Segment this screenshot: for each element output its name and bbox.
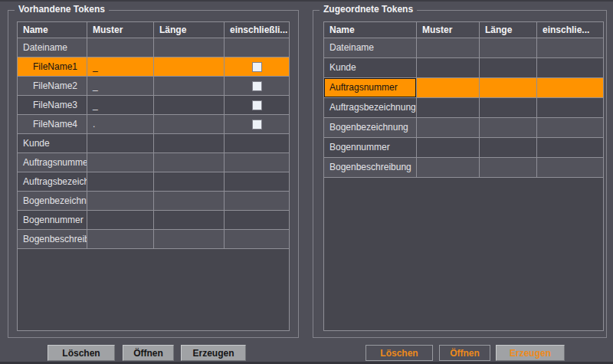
table-row[interactable]: Auftragsbezeichnung <box>324 98 603 118</box>
table-row[interactable]: FileName1_ <box>18 57 289 77</box>
einschliesslich-checkbox[interactable] <box>252 62 262 72</box>
einschliesslich-cell[interactable] <box>225 115 289 133</box>
laenge-cell[interactable] <box>480 118 537 137</box>
open-button-left[interactable]: Öffnen <box>123 345 174 361</box>
available-tokens-table[interactable]: NameMusterLängeeinschließli...DateinameF… <box>17 21 290 331</box>
laenge-cell[interactable] <box>154 192 225 210</box>
laenge-cell[interactable] <box>154 115 225 133</box>
table-row[interactable]: Auftragsnummer <box>324 78 603 98</box>
token-name-cell[interactable]: Bogenbeschreibung <box>324 158 417 177</box>
assigned-tokens-table[interactable]: NameMusterLängeeinschlie...DateinameKund… <box>323 21 604 331</box>
muster-cell[interactable] <box>417 58 480 77</box>
token-name-cell[interactable]: Bogenbeschreibung <box>18 230 87 248</box>
muster-cell[interactable] <box>87 172 154 191</box>
token-name-cell[interactable]: Bogenbezeichnung <box>324 118 417 137</box>
column-header[interactable]: Länge <box>480 22 537 38</box>
column-header[interactable]: Name <box>324 22 417 38</box>
muster-cell[interactable] <box>87 134 154 152</box>
column-header[interactable]: Name <box>18 22 87 38</box>
muster-cell[interactable]: . <box>87 115 154 133</box>
table-row[interactable]: Dateiname <box>324 38 603 58</box>
table-row[interactable]: Auftragsbezeichnung <box>18 172 289 192</box>
table-row[interactable]: Bogennummer <box>18 211 289 230</box>
create-button-right[interactable]: Erzeugen <box>496 345 565 361</box>
column-header[interactable]: einschlie... <box>537 22 603 38</box>
table-row[interactable]: FileName3_ <box>18 96 289 115</box>
muster-cell[interactable] <box>417 138 480 157</box>
laenge-cell[interactable] <box>154 134 225 152</box>
muster-cell[interactable] <box>87 153 154 172</box>
column-header[interactable]: Muster <box>417 22 480 38</box>
token-name-cell[interactable]: Auftragsbezeichnung <box>18 172 87 191</box>
token-name-cell[interactable]: FileName2 <box>18 77 87 95</box>
laenge-cell[interactable] <box>480 58 537 77</box>
laenge-cell[interactable] <box>480 98 537 117</box>
einschliesslich-cell[interactable] <box>225 57 289 76</box>
create-button-left[interactable]: Erzeugen <box>181 345 246 361</box>
muster-cell[interactable] <box>417 38 480 57</box>
muster-cell[interactable]: _ <box>87 96 154 114</box>
muster-cell[interactable] <box>417 118 480 137</box>
einschliesslich-cell <box>537 158 603 177</box>
token-name-cell[interactable]: Bogenbezeichnung <box>18 192 87 210</box>
table-row[interactable]: Bogenbeschreibung <box>18 230 289 249</box>
token-name-cell[interactable]: Auftragsnummer <box>324 78 417 97</box>
laenge-cell[interactable] <box>154 211 225 229</box>
einschliesslich-cell[interactable] <box>225 96 289 114</box>
table-row[interactable]: Bogenbezeichnung <box>324 118 603 138</box>
laenge-cell[interactable] <box>154 153 225 172</box>
column-header[interactable]: einschließli... <box>225 22 289 38</box>
table-row[interactable]: Bogenbeschreibung <box>324 158 603 178</box>
muster-cell[interactable] <box>87 192 154 210</box>
muster-cell[interactable]: _ <box>87 77 154 95</box>
laenge-cell[interactable] <box>480 158 537 177</box>
muster-cell[interactable] <box>417 158 480 177</box>
muster-cell[interactable] <box>87 211 154 229</box>
muster-cell[interactable] <box>87 38 154 57</box>
token-name-cell[interactable]: Bogennummer <box>18 211 87 229</box>
muster-cell[interactable] <box>417 78 480 97</box>
einschliesslich-cell <box>537 38 603 57</box>
token-name-cell[interactable]: Bogennummer <box>324 138 417 157</box>
table-row[interactable]: Bogenbezeichnung <box>18 192 289 211</box>
token-name-cell[interactable]: Auftragsnummer <box>18 153 87 172</box>
table-row[interactable]: FileName2_ <box>18 77 289 96</box>
token-name-cell[interactable]: Dateiname <box>18 38 87 57</box>
laenge-cell[interactable] <box>154 77 225 95</box>
laenge-cell[interactable] <box>480 78 537 97</box>
table-row[interactable]: Dateiname <box>18 38 289 57</box>
laenge-cell[interactable] <box>480 38 537 57</box>
muster-cell[interactable]: _ <box>87 57 154 76</box>
column-header[interactable]: Muster <box>87 22 154 38</box>
laenge-cell[interactable] <box>154 57 225 76</box>
panel-vorhandene-tokens: Vorhandene Tokens NameMusterLängeeinschl… <box>8 10 299 338</box>
laenge-cell[interactable] <box>154 38 225 57</box>
token-name-cell[interactable]: Kunde <box>18 134 87 152</box>
laenge-cell[interactable] <box>154 230 225 248</box>
delete-button-right[interactable]: Löschen <box>366 345 433 361</box>
einschliesslich-cell[interactable] <box>225 77 289 95</box>
laenge-cell[interactable] <box>154 172 225 191</box>
token-name-cell[interactable]: Auftragsbezeichnung <box>324 98 417 117</box>
open-button-right[interactable]: Öffnen <box>439 345 490 361</box>
delete-button-left[interactable]: Löschen <box>48 345 115 361</box>
einschliesslich-checkbox[interactable] <box>252 81 262 91</box>
table-row[interactable]: FileName4. <box>18 115 289 134</box>
table-row[interactable]: Kunde <box>18 134 289 153</box>
token-name-cell[interactable]: Kunde <box>324 58 417 77</box>
token-name-cell[interactable]: FileName4 <box>18 115 87 133</box>
table-row[interactable]: Auftragsnummer <box>18 153 289 172</box>
token-name-cell[interactable]: FileName1 <box>18 57 87 76</box>
column-header[interactable]: Länge <box>154 22 225 38</box>
einschliesslich-cell <box>225 192 289 210</box>
muster-cell[interactable] <box>417 98 480 117</box>
muster-cell[interactable] <box>87 230 154 248</box>
laenge-cell[interactable] <box>154 96 225 114</box>
table-row[interactable]: Kunde <box>324 58 603 78</box>
table-row[interactable]: Bogennummer <box>324 138 603 158</box>
token-name-cell[interactable]: Dateiname <box>324 38 417 57</box>
token-name-cell[interactable]: FileName3 <box>18 96 87 114</box>
einschliesslich-checkbox[interactable] <box>252 100 262 110</box>
laenge-cell[interactable] <box>480 138 537 157</box>
einschliesslich-checkbox[interactable] <box>252 120 262 130</box>
